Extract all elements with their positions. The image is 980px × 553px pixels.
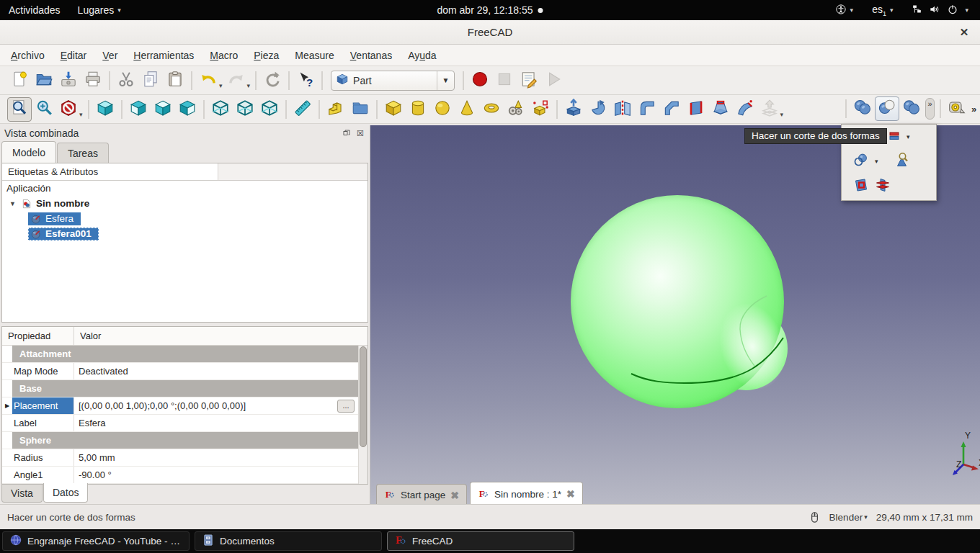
close-icon[interactable]: ✖ bbox=[450, 490, 459, 501]
accessibility-menu[interactable]: ▾ bbox=[827, 0, 863, 20]
mirror-button[interactable] bbox=[610, 97, 635, 122]
toolbar-overflow-button[interactable]: » bbox=[971, 104, 976, 114]
tree-item-esfera001[interactable]: Esfera001 bbox=[2, 226, 368, 241]
macro-record-button[interactable] bbox=[468, 68, 492, 93]
window-titlebar[interactable]: FreeCAD ✕ bbox=[0, 20, 980, 45]
property-row-label[interactable]: LabelEsfera bbox=[2, 415, 368, 432]
ruled-surface-button[interactable] bbox=[684, 97, 708, 122]
taskbar-window-engranaje-freecad-youtube-ic-[interactable]: Engranaje FreeCAD - YouTube - Ic... bbox=[2, 531, 190, 551]
chevron-down-icon[interactable]: ▾ bbox=[219, 82, 223, 89]
workbench-selector[interactable]: Part▼ bbox=[331, 71, 455, 91]
property-row-angle1[interactable]: Angle1-90.00 ° bbox=[2, 467, 368, 484]
measure-distance-button[interactable] bbox=[290, 97, 315, 122]
selected-tree-item[interactable]: Esfera001 bbox=[28, 228, 99, 240]
tree-item-sin-nombre[interactable]: ▼Sin nombre bbox=[2, 196, 368, 211]
close-panel-icon[interactable]: ☒ bbox=[355, 128, 365, 138]
expander-icon[interactable]: ▼ bbox=[9, 200, 17, 207]
new-document-button[interactable] bbox=[7, 68, 32, 93]
menu-herramientas[interactable]: Herramientas bbox=[125, 46, 202, 65]
draw-style-button[interactable] bbox=[56, 97, 81, 122]
chevron-down-icon[interactable]: ▾ bbox=[875, 158, 878, 165]
navigation-style-selector[interactable]: Blender ▾ bbox=[829, 512, 868, 523]
toolbar-overflow-button[interactable]: » bbox=[925, 98, 935, 120]
tab-datos[interactable]: Datos bbox=[43, 483, 89, 503]
loft-button[interactable] bbox=[708, 97, 733, 122]
fit-all-button[interactable] bbox=[7, 97, 32, 122]
property-name[interactable]: Label bbox=[12, 415, 74, 431]
menu-archivo[interactable]: Archivo bbox=[3, 46, 53, 65]
clock-menu[interactable]: dom abr 29, 12:18:55 bbox=[437, 4, 543, 16]
property-grid-header[interactable]: Propiedad Valor bbox=[2, 327, 368, 346]
cone-primitive-button[interactable] bbox=[455, 97, 479, 122]
property-value[interactable]: 5,00 mm bbox=[74, 449, 368, 466]
property-name[interactable]: Radius bbox=[12, 449, 74, 466]
tape-measure-button[interactable] bbox=[945, 96, 969, 121]
compound-button[interactable] bbox=[885, 128, 904, 147]
menu-measure[interactable]: Measure bbox=[287, 46, 342, 65]
section-button[interactable] bbox=[852, 177, 870, 196]
view-front-button[interactable] bbox=[126, 97, 151, 122]
tab-vista[interactable]: Vista bbox=[1, 485, 43, 503]
view-left-button[interactable] bbox=[257, 97, 282, 122]
whats-this-button[interactable]: ? bbox=[293, 68, 318, 93]
boolean-union-button[interactable] bbox=[850, 96, 875, 121]
float-panel-icon[interactable] bbox=[342, 128, 352, 138]
cube-primitive-button[interactable] bbox=[381, 97, 406, 122]
property-value[interactable]: Deactivated bbox=[74, 363, 368, 379]
ellipsis-editor-button[interactable]: ... bbox=[337, 400, 355, 413]
refresh-button[interactable] bbox=[260, 68, 285, 93]
view-bottom-button[interactable] bbox=[233, 97, 257, 122]
check-geometry-button[interactable] bbox=[892, 152, 911, 171]
undo-button[interactable] bbox=[196, 68, 220, 93]
tab-tareas[interactable]: Tareas bbox=[57, 143, 109, 163]
zoom-box-button[interactable] bbox=[32, 97, 56, 122]
system-menu[interactable]: ▾ bbox=[903, 0, 977, 20]
cylinder-primitive-button[interactable] bbox=[406, 97, 430, 122]
scrollbar-thumb[interactable] bbox=[360, 346, 367, 447]
copy-button[interactable] bbox=[138, 68, 163, 93]
document-tab-sin-nombre-1-[interactable]: FSin nombre : 1*✖ bbox=[470, 482, 583, 505]
taskbar-window-documentos[interactable]: Documentos bbox=[195, 531, 382, 551]
view-right-button[interactable] bbox=[175, 97, 200, 122]
menu-ventanas[interactable]: Ventanas bbox=[342, 46, 400, 65]
selected-tree-item[interactable]: Esfera bbox=[28, 212, 81, 225]
activities-button[interactable]: Actividades bbox=[0, 0, 69, 20]
view-rear-button[interactable] bbox=[208, 97, 233, 122]
menu-pieza[interactable]: Pieza bbox=[246, 46, 287, 65]
keyboard-layout-menu[interactable]: es1 ▾ bbox=[863, 0, 901, 20]
chevron-down-icon[interactable]: ▼ bbox=[437, 71, 454, 90]
document-tab-start-page[interactable]: FStart page✖ bbox=[376, 484, 467, 505]
property-row-placement[interactable]: ▶Placement[(0,00 0,00 1,00);0,00 °;(0,00… bbox=[2, 397, 368, 415]
cut-button[interactable] bbox=[114, 68, 138, 93]
sweep-button[interactable] bbox=[733, 97, 757, 122]
print-button[interactable] bbox=[81, 68, 105, 93]
property-name[interactable]: Placement bbox=[12, 397, 74, 414]
window-close-icon[interactable]: ✕ bbox=[957, 25, 971, 40]
property-name[interactable]: Map Mode bbox=[12, 363, 74, 379]
boolean-cut-button[interactable] bbox=[875, 96, 899, 121]
tab-modelo[interactable]: Modelo bbox=[1, 141, 56, 163]
chevron-down-icon[interactable]: ▾ bbox=[906, 133, 910, 140]
revolve-button[interactable] bbox=[586, 97, 610, 122]
shape-builder-button[interactable] bbox=[528, 97, 553, 122]
property-value[interactable]: Esfera bbox=[74, 415, 368, 431]
primitives-dialog-button[interactable] bbox=[504, 97, 528, 122]
menu-editar[interactable]: Editar bbox=[53, 46, 95, 65]
view-top-button[interactable] bbox=[151, 97, 175, 122]
menu-ver[interactable]: Ver bbox=[94, 46, 125, 65]
cross-sections-button[interactable] bbox=[873, 177, 892, 196]
open-document-button[interactable] bbox=[32, 68, 56, 93]
menu-ayuda[interactable]: Ayuda bbox=[400, 46, 444, 65]
property-value[interactable]: [(0,00 0,00 1,00);0,00 °;(0,00 0,00 0,00… bbox=[74, 397, 368, 414]
property-group-base[interactable]: Base bbox=[2, 380, 368, 397]
chamfer-button[interactable] bbox=[659, 97, 684, 122]
property-group-sphere[interactable]: Sphere bbox=[2, 432, 368, 449]
paste-button[interactable] bbox=[163, 68, 187, 93]
scrollbar[interactable] bbox=[358, 346, 368, 484]
taskbar-window-freecad[interactable]: FFreeCAD bbox=[387, 531, 574, 551]
tree-item-esfera[interactable]: Esfera bbox=[2, 211, 368, 226]
boolean-common-button[interactable] bbox=[899, 96, 924, 121]
part-workbench-button[interactable] bbox=[324, 97, 348, 122]
property-group-attachment[interactable]: Attachment bbox=[2, 346, 368, 363]
torus-primitive-button[interactable] bbox=[479, 97, 504, 122]
